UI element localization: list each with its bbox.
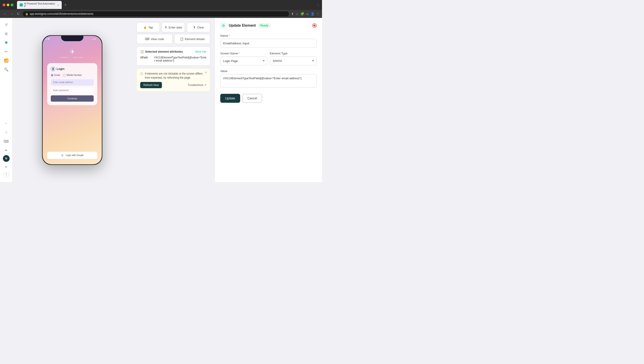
name-label: Name * — [220, 34, 317, 37]
screen-name-select[interactable]: Login Page — [220, 56, 267, 65]
tab-close-button[interactable]: ✕ — [57, 4, 59, 6]
clear-button[interactable]: ⬆ Clear — [187, 22, 210, 32]
minimize-traffic-light[interactable] — [7, 4, 10, 6]
email-radio[interactable]: Email — [51, 74, 60, 77]
value-label: Value — [220, 69, 317, 73]
troubleshoot-link[interactable]: Troubleshoot ↗ — [188, 84, 206, 87]
value-textarea[interactable]: //XCUIElementTypeTextField[@value="Enter… — [220, 74, 317, 88]
sidebar-draw-icon[interactable]: ✏ — [2, 48, 10, 56]
sidebar-help-icon[interactable]: ? — [3, 172, 9, 177]
screen-name-col: Screen Name * Login Page — [220, 52, 267, 65]
email-radio-dot — [51, 74, 54, 77]
value-form-group: Value //XCUIElementTypeTextField[@value=… — [220, 69, 317, 88]
alert-actions: Refresh Now Troubleshoot ↗ — [140, 82, 206, 88]
element-details-button[interactable]: 📋 Element details — [174, 34, 210, 44]
record-inner-dot — [313, 24, 316, 27]
alert-header: ⓘ If elements are not clickable or the s… — [140, 72, 206, 80]
address-bar-row: ← → ↻ 🔒 app.testsigma.com/ui/td/35/eleme… — [0, 10, 322, 18]
bookmark-icon[interactable]: ☆ — [296, 12, 298, 16]
element-card-title: 📋 Selected element attributes — [140, 50, 183, 53]
update-panel-title: ⊙ Update Element Ready — [220, 22, 270, 29]
wifi-status-icon: ▲ — [92, 38, 94, 40]
reload-nav-button[interactable]: ↻ — [16, 12, 20, 16]
back-nav-button[interactable]: ← — [3, 12, 8, 16]
update-button[interactable]: Update — [220, 94, 240, 103]
share-icon[interactable]: ⬆ — [291, 12, 294, 16]
element-attributes-card: 📋 Selected element attributes More info … — [136, 47, 210, 66]
update-panel: ⊙ Update Element Ready Name * Scr — [215, 18, 322, 182]
new-tab-button[interactable]: + — [62, 2, 68, 8]
extensions-icon[interactable]: 🧩 — [300, 12, 304, 16]
google-icon: G — [61, 154, 64, 157]
email-input[interactable] — [51, 79, 94, 86]
name-input[interactable] — [220, 39, 317, 48]
screen-required-star: * — [238, 52, 240, 55]
forward-nav-button[interactable]: → — [10, 12, 14, 16]
mobile-radio[interactable]: Mobile Number — [63, 74, 82, 77]
view-code-icon: ⌨ — [145, 37, 149, 41]
browser-menu-icon[interactable]: ⋮ — [316, 12, 319, 16]
element-type-select[interactable]: XPATH — [270, 56, 317, 65]
alert-box: ⓘ If elements are not clickable or the s… — [136, 68, 210, 92]
controls-panel: ☝ Tap ⬆ Enter data ⬆ Clear ⌨ Vie — [132, 18, 215, 182]
phone-device: 1:47 ▲ ||| 🔋 ✈ SIMPLY TRAVEL — [42, 35, 102, 165]
tab-title: AI Powered Test Automation P — [24, 2, 55, 8]
xpath-value: //XCUIElementTypeTextField[@value="Enter… — [154, 56, 206, 62]
app-layout: ↺ ⊞ ⏺ ✏ 📶 🔍 ← ⌂ ⌨ ✒ N H ? 1:47 ▲ ||| — [0, 18, 322, 182]
sidebar-layout-icon[interactable]: ⊞ — [2, 30, 10, 38]
sidebar-home-icon[interactable]: ⌂ — [2, 128, 10, 136]
plane-icon: ✈ — [70, 48, 75, 56]
continue-button[interactable]: Continue — [51, 95, 94, 102]
phone-screen: ✈ SIMPLY TRAVEL 👤 Login Emai — [43, 36, 102, 164]
more-info-link[interactable]: More info — [195, 50, 206, 53]
element-type-label: Element Type — [270, 52, 317, 55]
fullscreen-traffic-light[interactable] — [11, 4, 14, 6]
phone-status-bar: 1:47 ▲ ||| 🔋 — [43, 37, 102, 41]
sidebar-avatar-n[interactable]: N — [3, 155, 10, 162]
status-icons: ▲ ||| 🔋 — [92, 38, 98, 40]
clear-icon: ⬆ — [193, 26, 196, 29]
active-browser-tab[interactable]: AI Powered Test Automation P ✕ — [17, 1, 62, 9]
sidebar-search-icon[interactable]: 🔍 — [2, 65, 10, 73]
sidebar-record-icon[interactable]: ⏺ — [2, 39, 10, 47]
phone-app-content: ✈ SIMPLY TRAVEL 👤 Login Emai — [43, 36, 102, 109]
sidebar-wifi-icon[interactable]: 📶 — [2, 56, 10, 65]
browser-chrome: AI Powered Test Automation P ✕ + ⋮ — [0, 0, 322, 10]
sidebar-toggle-icon[interactable]: ▭ — [306, 12, 309, 16]
name-form-group: Name * — [220, 34, 317, 48]
action-buttons: ☝ Tap ⬆ Enter data ⬆ Clear ⌨ Vie — [136, 22, 210, 44]
google-login-button[interactable]: G Login with Google — [47, 152, 97, 159]
sidebar-pen-icon[interactable]: ✒ — [2, 146, 10, 154]
tap-button[interactable]: ☝ Tap — [136, 22, 160, 32]
element-card-icon: 📋 — [140, 50, 144, 53]
sidebar-back-icon[interactable]: ← — [2, 119, 10, 127]
login-card: 👤 Login Email Mobile Number — [47, 63, 97, 105]
element-details-icon: 📋 — [180, 37, 184, 41]
traffic-lights — [3, 4, 14, 6]
sidebar-refresh-icon[interactable]: ↺ — [2, 21, 10, 29]
record-button[interactable] — [312, 23, 317, 28]
alert-text: If elements are not clickable or the scr… — [145, 72, 206, 80]
profile-icon[interactable]: 👤 — [310, 12, 314, 16]
cancel-button[interactable]: Cancel — [242, 94, 262, 103]
sidebar-avatar-h[interactable]: H — [2, 163, 10, 171]
enter-data-button[interactable]: ⬆ Enter data — [162, 22, 185, 32]
sidebar-keyboard-icon[interactable]: ⌨ — [2, 137, 10, 145]
mobile-radio-dot — [63, 74, 66, 77]
lock-icon: 🔒 — [25, 13, 28, 16]
browser-menu[interactable]: ⋮ — [317, 3, 319, 7]
screen-element-type-row: Screen Name * Login Page Element Type XP… — [220, 52, 317, 65]
close-traffic-light[interactable] — [3, 4, 5, 6]
address-bar[interactable]: 🔒 app.testsigma.com/ui/td/35/elements/re… — [22, 11, 289, 17]
alert-close-button[interactable]: ✕ — [204, 71, 207, 74]
password-input[interactable] — [51, 87, 94, 94]
info-icon: ⓘ — [140, 72, 143, 76]
tap-icon: ☝ — [143, 26, 147, 29]
address-bar-actions: ⬆ ☆ 🧩 ▭ 👤 ⋮ — [291, 12, 319, 16]
ready-badge: Ready — [258, 23, 270, 28]
update-panel-icon: ⊙ — [220, 22, 226, 29]
update-actions: Update Cancel — [220, 94, 317, 103]
view-code-button[interactable]: ⌨ View code — [136, 34, 172, 44]
refresh-now-button[interactable]: Refresh Now — [140, 82, 162, 88]
signal-status-icon: ||| — [94, 38, 96, 40]
